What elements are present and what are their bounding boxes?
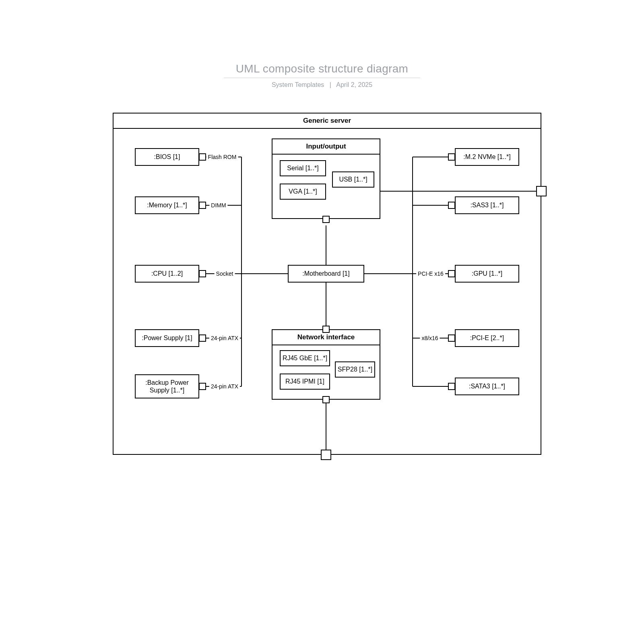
part-gpu: :GPU [1..*] — [455, 265, 519, 283]
port-cpu — [199, 270, 206, 277]
port-m2 — [448, 153, 455, 161]
port-bios — [199, 153, 206, 161]
io-serial: Serial [1..*] — [280, 160, 326, 176]
part-sas3: :SAS3 [1..*] — [455, 196, 519, 214]
outer-port-right — [536, 186, 547, 196]
io-usb: USB [1..*] — [332, 171, 374, 188]
edge-flash: Flash ROM — [206, 154, 238, 160]
edge-dimm: DIMM — [209, 202, 227, 208]
port-net-bottom — [322, 396, 330, 403]
net-sfp28: SFP28 [1..*] — [335, 361, 375, 378]
page-subtitle: System Templates | April 2, 2025 — [0, 81, 644, 89]
edge-socket: Socket — [215, 270, 235, 277]
io-title: Input/output — [272, 139, 380, 155]
part-network: Network interface RJ45 GbE [1..*] RJ45 I… — [272, 329, 380, 400]
outer-port-bottom — [321, 450, 331, 460]
page-title: UML composite structure diagram — [224, 62, 420, 78]
net-rj45ipmi: RJ45 IPMI [1] — [280, 374, 330, 390]
edge-x8x16: x8/x16 — [420, 335, 440, 341]
port-net-top — [322, 326, 330, 333]
port-psu — [199, 334, 206, 342]
net-rj45gbe: RJ45 GbE [1..*] — [280, 350, 330, 366]
diagram-stage: Generic server — [113, 113, 541, 455]
edge-atx1: 24-pin ATX — [209, 335, 240, 341]
port-bpsu — [199, 383, 206, 390]
part-io: Input/output Serial [1..*] VGA [1..*] US… — [272, 138, 380, 219]
part-bpsu: :Backup Power Supply [1..*] — [135, 374, 199, 398]
io-vga: VGA [1..*] — [280, 184, 326, 200]
outer-title: Generic server — [114, 114, 541, 129]
port-sas3 — [448, 202, 455, 209]
edge-atx2: 24-pin ATX — [209, 383, 240, 390]
part-pcie: :PCI-E [2..*] — [455, 329, 519, 347]
edge-pciex16: PCI-E x16 — [416, 270, 445, 277]
part-motherboard: :Motherboard [1] — [288, 265, 364, 283]
port-memory — [199, 202, 206, 209]
part-memory: :Memory [1..*] — [135, 196, 199, 214]
part-cpu: :CPU [1..2] — [135, 265, 199, 283]
port-pcie — [448, 334, 455, 342]
port-io-bottom — [322, 216, 330, 223]
part-psu: :Power Supply [1] — [135, 329, 199, 347]
part-sata3: :SATA3 [1..*] — [455, 378, 519, 395]
port-sata3 — [448, 383, 455, 390]
page-header: UML composite structure diagram System T… — [0, 62, 644, 89]
port-gpu — [448, 270, 455, 277]
part-bios: :BIOS [1] — [135, 148, 199, 166]
part-m2: :M.2 NVMe [1..*] — [455, 148, 519, 166]
